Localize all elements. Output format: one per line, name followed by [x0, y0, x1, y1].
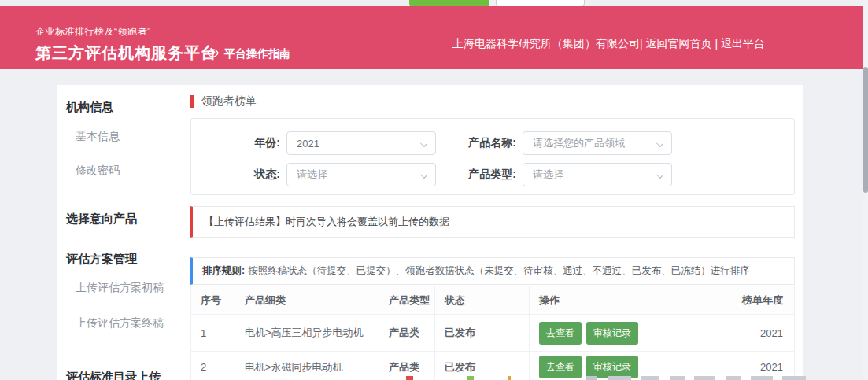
cutoff-white-button[interactable]: [496, 0, 585, 6]
cell-category: 电机>高压三相异步电动机: [235, 315, 379, 352]
filter-row-1: 年份: 2021 产品名称: 请选择您的产品领域: [191, 131, 794, 155]
year-select[interactable]: 2021: [286, 131, 436, 155]
cutoff-text-fragment: [782, 376, 806, 380]
sidebar: 机构信息 基本信息 修改密码 选择意向产品 评估方案管理 上传评估方案初稿 上传…: [57, 85, 183, 380]
view-button[interactable]: 去查看: [539, 322, 582, 345]
section-title: 领跑者榜单: [190, 94, 795, 109]
page-scrollbar[interactable]: [863, 0, 868, 380]
content-card: 机构信息 基本信息 修改密码 选择意向产品 评估方案管理 上传评估方案初稿 上传…: [57, 85, 803, 380]
product-name-label: 产品名称:: [436, 136, 516, 150]
sidebar-item-upload-final[interactable]: 上传评估方案终稿: [76, 316, 164, 330]
upload-overwrite-alert: 【上传评估结果】时再次导入将会覆盖以前上传的数据: [190, 206, 795, 238]
app-header: 企业标准排行榜及“领跑者” 第三方评估机构服务平台 平台操作指南 上海电器科学研…: [0, 6, 863, 69]
cutoff-text-fragment: [641, 376, 659, 380]
product-type-select-value: 请选择: [533, 168, 563, 182]
sidebar-item-change-password[interactable]: 修改密码: [76, 164, 120, 178]
product-name-select[interactable]: 请选择您的产品领域: [523, 131, 672, 155]
sort-rule-text: 按照终稿状态（待提交、已提交）、领跑者数据状态（未提交、待审核、通过、不通过、已…: [248, 265, 750, 276]
brand-block: 企业标准排行榜及“领跑者” 第三方评估机构服务平台: [35, 25, 217, 64]
cutoff-next-row: [0, 375, 868, 380]
sidebar-item-plan-management[interactable]: 评估方案管理: [66, 252, 137, 267]
product-name-select-value: 请选择您的产品领域: [533, 136, 625, 150]
table-header-row: 序号 产品细类 产品类型 状态 操作 榜单年度: [191, 286, 794, 315]
col-header-index: 序号: [191, 286, 235, 315]
title-accent-bar: [190, 95, 194, 108]
sidebar-item-basic-info[interactable]: 基本信息: [76, 130, 120, 144]
sidebar-item-upload-draft[interactable]: 上传评估方案初稿: [76, 281, 164, 295]
filter-box: 年份: 2021 产品名称: 请选择您的产品领域 状态: 请选择 产品类型:: [190, 118, 795, 195]
brand-subtitle: 企业标准排行榜及“领跑者”: [35, 25, 217, 39]
year-select-value: 2021: [297, 138, 319, 149]
cutoff-text-fragment: [670, 376, 685, 380]
table-row: 1 电机>高压三相异步电动机 产品类 已发布 去查看 审核记录 2021: [191, 315, 794, 352]
sort-rule-label: 排序规则:: [202, 265, 245, 276]
cutoff-text-fragment: [608, 376, 631, 380]
sort-rule-note: 排序规则:按照终稿状态（待提交、已提交）、领跑者数据状态（未提交、待审核、通过、…: [190, 257, 795, 285]
cell-type: 产品类: [379, 315, 435, 352]
header-right-links[interactable]: 上海电器科学研究所（集团）有限公司| 返回官网首页 | 退出平台: [452, 37, 765, 51]
cutoff-red-mark: [406, 376, 413, 380]
col-header-status: 状态: [435, 286, 530, 315]
sidebar-item-select-products[interactable]: 选择意向产品: [66, 212, 137, 227]
chevron-down-icon: [656, 140, 663, 147]
top-cutoff-strip: [0, 0, 868, 6]
leaderboard-table: 序号 产品细类 产品类型 状态 操作 榜单年度 1 电机>高压三相异步电动机 产…: [190, 286, 795, 380]
cutoff-text-fragment: [586, 376, 597, 380]
col-header-actions: 操作: [530, 286, 729, 315]
filter-row-2: 状态: 请选择 产品类型: 请选择: [191, 163, 794, 186]
chevron-down-icon: [420, 172, 427, 179]
cutoff-green-mark: [467, 376, 474, 380]
status-label: 状态:: [191, 168, 280, 182]
scrollbar-thumb[interactable]: [863, 67, 868, 193]
cell-actions: 去查看 审核记录: [530, 315, 729, 352]
status-select-value: 请选择: [297, 168, 327, 182]
product-type-label: 产品类型:: [436, 168, 516, 182]
platform-guide-link[interactable]: 平台操作指南: [206, 47, 290, 61]
status-select[interactable]: 请选择: [286, 163, 436, 186]
col-header-year: 榜单年度: [729, 286, 794, 315]
year-label: 年份:: [191, 136, 280, 150]
cell-year: 2021: [729, 315, 794, 352]
chevron-down-icon: [656, 172, 663, 179]
cell-index: 1: [191, 315, 235, 352]
col-header-category: 产品细类: [235, 286, 379, 315]
cutoff-text-fragment: [726, 376, 741, 380]
section-title-label: 领跑者榜单: [201, 94, 257, 109]
main-panel: 领跑者榜单 年份: 2021 产品名称: 请选择您的产品领域 状态: 请选择: [183, 85, 803, 380]
col-header-type: 产品类型: [379, 286, 435, 315]
platform-guide-label: 平台操作指南: [224, 47, 290, 61]
eye-icon: [206, 48, 220, 61]
cell-status: 已发布: [435, 315, 530, 352]
product-type-select[interactable]: 请选择: [523, 163, 672, 186]
sidebar-item-org-info[interactable]: 机构信息: [66, 100, 113, 115]
chevron-down-icon: [420, 140, 427, 147]
cutoff-orange-mark: [508, 376, 511, 380]
audit-record-button[interactable]: 审核记录: [586, 322, 638, 345]
brand-title: 第三方评估机构服务平台: [35, 42, 217, 64]
cutoff-text-fragment: [751, 376, 773, 380]
cutoff-green-button[interactable]: [409, 0, 489, 6]
cutoff-text-fragment: [694, 376, 715, 380]
